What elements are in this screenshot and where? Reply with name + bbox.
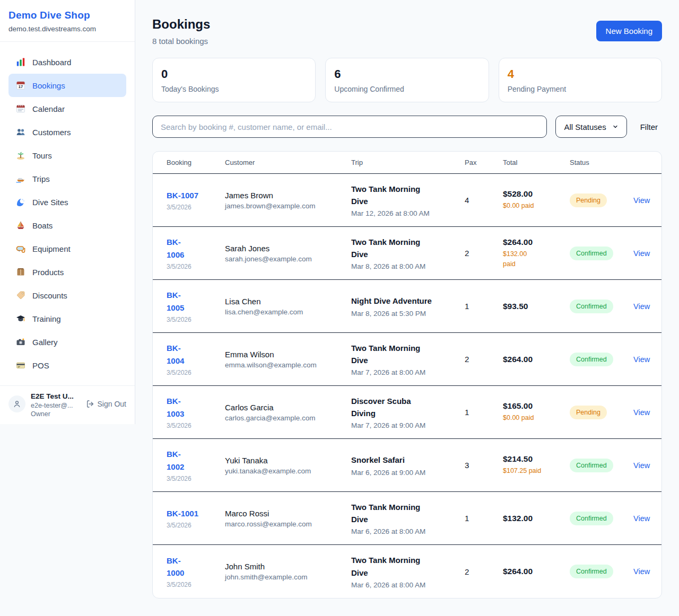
stat-card-upcoming-confirmed: 6Upcoming Confirmed bbox=[325, 58, 489, 102]
status-select[interactable]: All Statuses bbox=[555, 116, 626, 138]
sidebar-nav: Dashboard17BookingsCalendarCustomersTour… bbox=[0, 42, 135, 385]
view-link[interactable]: View bbox=[633, 567, 650, 576]
sidebar-item-label: POS bbox=[32, 361, 49, 370]
table-row: BK-10043/5/2026Emma Wilsonemma.wilson@ex… bbox=[153, 333, 661, 386]
sidebar-item-discounts[interactable]: Discounts bbox=[8, 284, 126, 307]
trip-name: Two Tank Morning Dive bbox=[351, 501, 436, 526]
stat-card-today-s-bookings: 0Today's Bookings bbox=[152, 58, 316, 102]
customer-cell: Marco Rossimarco.rossi@example.com bbox=[225, 509, 351, 528]
customer-name: Marco Rossi bbox=[225, 509, 345, 518]
total-amount: $264.00 bbox=[503, 355, 563, 364]
sidebar-item-customers[interactable]: Customers bbox=[8, 120, 126, 144]
view-link[interactable]: View bbox=[633, 514, 650, 523]
customer-email: sarah.jones@example.com bbox=[225, 255, 345, 263]
status-badge: Confirmed bbox=[570, 300, 613, 313]
customer-email: emma.wilson@example.com bbox=[225, 361, 345, 369]
total-cell: $165.00$0.00 paid bbox=[503, 401, 570, 423]
trip-cell: Two Tank Morning DiveMar 12, 2026 at 8:0… bbox=[351, 183, 465, 218]
col-header-customer: Customer bbox=[225, 159, 351, 166]
pax-cell: 1 bbox=[465, 302, 503, 311]
sidebar-item-calendar[interactable]: Calendar bbox=[8, 97, 126, 120]
sidebar-item-gallery[interactable]: Gallery bbox=[8, 330, 126, 354]
total-amount: $165.00 bbox=[503, 401, 563, 411]
sidebar-item-training[interactable]: Training bbox=[8, 307, 126, 330]
filter-row: All Statuses Filter bbox=[152, 116, 662, 138]
view-link[interactable]: View bbox=[633, 249, 650, 258]
total-cell: $264.00 bbox=[503, 355, 570, 364]
trip-time: Mar 7, 2026 at 9:00 AM bbox=[351, 421, 458, 429]
sidebar-item-label: Boats bbox=[32, 221, 53, 230]
sidebar-item-bookings[interactable]: 17Bookings bbox=[8, 74, 126, 97]
booking-date: 3/5/2026 bbox=[167, 475, 219, 482]
sidebar-item-label: Equipment bbox=[32, 244, 71, 253]
sidebar-item-products[interactable]: Products bbox=[8, 260, 126, 284]
total-amount: $528.00 bbox=[503, 189, 563, 199]
view-link[interactable]: View bbox=[633, 408, 650, 417]
sidebar-item-boats[interactable]: Boats bbox=[8, 214, 126, 237]
bookings-calendar-icon: 17 bbox=[16, 81, 25, 90]
pax-cell: 1 bbox=[465, 514, 503, 523]
sidebar-item-equipment[interactable]: Equipment bbox=[8, 237, 126, 260]
customer-cell: John Smithjohn.smith@example.com bbox=[225, 562, 351, 581]
total-cell: $214.50$107.25 paid bbox=[503, 454, 570, 476]
sidebar-item-dashboard[interactable]: Dashboard bbox=[8, 50, 126, 74]
paid-amount: $0.00 paid bbox=[503, 201, 563, 210]
actions-cell: View bbox=[633, 408, 656, 417]
sign-out-icon bbox=[86, 400, 94, 408]
customer-cell: James Brownjames.brown@example.com bbox=[225, 191, 351, 210]
paid-amount: $107.25 paid bbox=[503, 466, 563, 476]
status-badge: Pending bbox=[570, 193, 607, 207]
sidebar-item-tours[interactable]: Tours bbox=[8, 144, 126, 167]
table-row: BK-10073/5/2026James Brownjames.brown@ex… bbox=[153, 174, 661, 227]
sign-out-button[interactable]: Sign Out bbox=[86, 400, 126, 408]
sidebar-item-dive-sites[interactable]: Dive Sites bbox=[8, 190, 126, 214]
booking-id-link[interactable]: BK-1003 bbox=[167, 395, 219, 420]
actions-cell: View bbox=[633, 461, 656, 470]
view-link[interactable]: View bbox=[633, 355, 650, 364]
total-cell: $264.00$132.00paid bbox=[503, 237, 570, 268]
new-booking-button[interactable]: New Booking bbox=[596, 21, 662, 41]
tag-icon bbox=[16, 291, 25, 300]
trip-time: Mar 6, 2026 at 9:00 AM bbox=[351, 469, 458, 477]
sidebar-item-pos[interactable]: POS bbox=[8, 354, 126, 377]
actions-cell: View bbox=[633, 249, 656, 258]
booking-id-link[interactable]: BK-1004 bbox=[167, 342, 219, 367]
svg-text:17: 17 bbox=[19, 84, 23, 89]
user-role: Owner bbox=[31, 410, 74, 418]
trip-cell: Two Tank Morning DiveMar 6, 2026 at 8:00… bbox=[351, 554, 465, 589]
table-row: BK-10013/5/2026Marco Rossimarco.rossi@ex… bbox=[153, 492, 661, 545]
trip-cell: Discover Scuba DivingMar 7, 2026 at 9:00… bbox=[351, 395, 465, 430]
total-amount: $214.50 bbox=[503, 454, 563, 464]
customer-email: yuki.tanaka@example.com bbox=[225, 467, 345, 475]
shop-domain: demo.test.divestreams.com bbox=[8, 25, 126, 33]
booking-id-link[interactable]: BK-1007 bbox=[167, 189, 219, 201]
booking-id-link[interactable]: BK-1005 bbox=[167, 289, 219, 314]
dashboard-icon bbox=[16, 57, 25, 67]
status-cell: Pending bbox=[570, 193, 633, 207]
view-link[interactable]: View bbox=[633, 302, 650, 311]
view-link[interactable]: View bbox=[633, 461, 650, 470]
search-input[interactable] bbox=[152, 116, 547, 138]
customer-email: lisa.chen@example.com bbox=[225, 308, 345, 316]
col-header-booking: Booking bbox=[167, 159, 225, 166]
stat-label: Upcoming Confirmed bbox=[334, 85, 480, 93]
booking-id-link[interactable]: BK-1001 bbox=[167, 507, 219, 520]
booking-id-link[interactable]: BK-1000 bbox=[167, 555, 219, 579]
sidebar-item-trips[interactable]: Trips bbox=[8, 167, 126, 190]
trips-boat-icon bbox=[16, 174, 25, 183]
booking-id-link[interactable]: BK-1006 bbox=[167, 236, 219, 261]
view-link[interactable]: View bbox=[633, 196, 650, 205]
status-badge: Pending bbox=[570, 406, 607, 419]
status-badge: Confirmed bbox=[570, 353, 613, 366]
credit-card-icon bbox=[16, 360, 25, 370]
pax-cell: 2 bbox=[465, 355, 503, 364]
status-badge: Confirmed bbox=[570, 459, 613, 472]
bookings-table: BookingCustomerTripPaxTotalStatus BK-100… bbox=[152, 151, 662, 599]
booking-date: 3/5/2026 bbox=[167, 522, 219, 529]
filter-button[interactable]: Filter bbox=[640, 122, 658, 131]
booking-id-link[interactable]: BK-1002 bbox=[167, 448, 219, 473]
shop-name: Demo Dive Shop bbox=[8, 10, 126, 21]
total-cell: $93.50 bbox=[503, 302, 570, 311]
stat-value: 6 bbox=[334, 67, 480, 81]
table-body: BK-10073/5/2026James Brownjames.brown@ex… bbox=[153, 174, 661, 598]
